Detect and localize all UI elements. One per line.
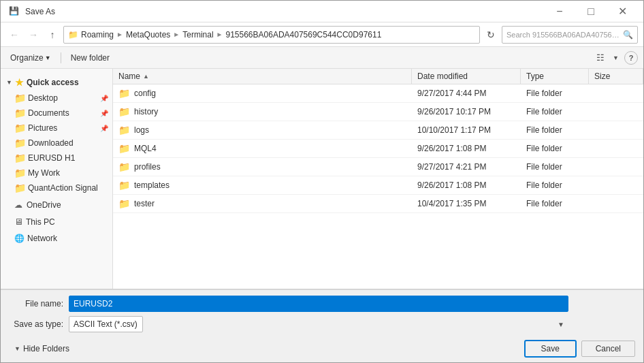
file-row-templates[interactable]: 📁 templates 9/26/2017 1:08 PM File folde… <box>113 176 643 195</box>
file-row-history[interactable]: 📁 history 9/26/2017 10:17 PM File folder <box>113 103 643 121</box>
file-cell-templates-date: 9/26/2017 1:08 PM <box>412 178 521 192</box>
view-chevron: ▼ <box>613 54 619 61</box>
sidebar-item-mywork[interactable]: 📁 My Work <box>1 165 112 180</box>
new-folder-button[interactable]: New folder <box>67 52 114 64</box>
filename-row: File name: <box>9 296 635 312</box>
quick-access-header[interactable]: ▼ ★ Quick access <box>1 74 112 91</box>
sidebar-item-desktop[interactable]: 📁 Desktop 📌 <box>1 91 112 106</box>
cancel-button[interactable]: Cancel <box>581 341 635 357</box>
col-header-type[interactable]: Type <box>521 69 589 84</box>
breadcrumb-roaming[interactable]: Roaming <box>81 30 114 40</box>
sidebar-item-onedrive[interactable]: ☁ OneDrive <box>1 198 112 212</box>
onedrive-section: ☁ OneDrive <box>1 198 112 212</box>
file-cell-profiles-name: 📁 profiles <box>113 159 412 174</box>
maximize-button[interactable]: □ <box>575 1 607 22</box>
thispc-section: 🖥 This PC <box>1 215 112 229</box>
hide-folders-label: Hide Folders <box>23 344 69 353</box>
thispc-label: This PC <box>26 217 55 227</box>
file-cell-mql4-date: 9/26/2017 1:08 PM <box>412 142 521 155</box>
organize-label: Organize <box>10 53 44 63</box>
filename-label: File name: <box>9 299 63 309</box>
downloaded-folder-icon: 📁 <box>14 138 25 148</box>
file-cell-logs-date: 10/10/2017 1:17 PM <box>412 123 521 137</box>
organize-button[interactable]: Organize ▼ <box>6 52 55 64</box>
search-box[interactable]: Search 915566BA06ADA407569C4... 🔍 <box>502 26 638 44</box>
sort-arrow-name: ▲ <box>143 73 149 80</box>
sep2: ► <box>173 31 180 38</box>
forward-button[interactable]: → <box>25 27 42 43</box>
file-cell-profiles-date: 9/27/2017 4:21 PM <box>412 160 521 174</box>
documents-label: Documents <box>28 108 69 118</box>
savetype-wrapper: ASCII Text (*.csv) ▼ <box>69 316 568 332</box>
col-header-date[interactable]: Date modified <box>412 69 521 84</box>
view-options-button[interactable]: ☷ <box>594 51 607 65</box>
title-bar-left: 💾 Save As <box>9 6 55 17</box>
help-button[interactable]: ? <box>624 51 638 65</box>
hide-folders-toggle[interactable]: ▼ Hide Folders <box>9 341 75 356</box>
file-cell-history-name: 📁 history <box>113 104 412 119</box>
sidebar-item-pictures[interactable]: 📁 Pictures 📌 <box>1 121 112 136</box>
nav-bar: ← → ↑ 📁 Roaming ► MetaQuotes ► Terminal … <box>1 22 643 47</box>
file-cell-mql4-size <box>589 146 643 151</box>
sidebar-item-network[interactable]: 🌐 Network <box>1 232 112 245</box>
pictures-folder-icon: 📁 <box>14 123 25 133</box>
new-folder-label: New folder <box>71 53 110 63</box>
file-row-profiles[interactable]: 📁 profiles 9/27/2017 4:21 PM File folder <box>113 158 643 176</box>
tester-name: tester <box>134 199 155 208</box>
window-icon: 💾 <box>9 6 20 17</box>
mywork-label: My Work <box>28 168 60 178</box>
sidebar-item-eurusd[interactable]: 📁 EURUSD H1 <box>1 151 112 165</box>
close-button[interactable]: ✕ <box>607 1 638 22</box>
col-header-name[interactable]: Name ▲ <box>113 69 412 84</box>
sidebar-item-quantaction[interactable]: 📁 QuantAction Signal <box>1 180 112 195</box>
sidebar: ▼ ★ Quick access 📁 Desktop 📌 📁 Documents… <box>1 69 113 289</box>
savetype-select[interactable]: ASCII Text (*.csv) <box>69 316 143 332</box>
pictures-label: Pictures <box>28 123 57 133</box>
breadcrumb-folder[interactable]: 915566BA06ADA407569C544CC0D97611 <box>225 30 381 40</box>
bottom-panel: File name: Save as type: ASCII Text (*.c… <box>1 289 643 362</box>
toolbar-separator <box>61 52 61 63</box>
file-list-header: Name ▲ Date modified Type Size <box>113 69 643 84</box>
breadcrumb-bar[interactable]: 📁 Roaming ► MetaQuotes ► Terminal ► 9155… <box>63 26 480 44</box>
col-header-size[interactable]: Size <box>589 69 643 84</box>
savetype-arrow-icon: ▼ <box>558 321 564 328</box>
sep1: ► <box>116 31 123 38</box>
breadcrumb-terminal[interactable]: Terminal <box>182 30 213 40</box>
sidebar-item-downloaded[interactable]: 📁 Downloaded <box>1 136 112 151</box>
desktop-folder-icon: 📁 <box>14 93 25 104</box>
file-row-logs[interactable]: 📁 logs 10/10/2017 1:17 PM File folder <box>113 121 643 140</box>
collapse-chevron: ▼ <box>6 79 12 86</box>
history-name: history <box>134 107 158 116</box>
documents-pin-icon: 📌 <box>100 110 108 117</box>
file-cell-logs-size <box>589 128 643 132</box>
file-row-tester[interactable]: 📁 tester 10/4/2017 1:35 PM File folder <box>113 195 643 213</box>
file-row-config[interactable]: 📁 config 9/27/2017 4:44 PM File folder <box>113 84 643 103</box>
breadcrumb-icon: 📁 <box>68 30 78 40</box>
col-type-label: Type <box>526 72 544 81</box>
col-date-label: Date modified <box>417 72 468 81</box>
form-area: File name: Save as type: ASCII Text (*.c… <box>1 289 643 338</box>
back-button[interactable]: ← <box>6 27 22 43</box>
thispc-icon: 🖥 <box>14 217 23 227</box>
quantaction-label: QuantAction Signal <box>28 183 98 193</box>
desktop-pin-icon: 📌 <box>100 95 108 102</box>
file-cell-logs-name: 📁 logs <box>113 123 412 138</box>
file-list-body: 📁 config 9/27/2017 4:44 PM File folder 📁… <box>113 84 643 289</box>
refresh-button[interactable]: ↻ <box>483 27 499 43</box>
file-row-mql4[interactable]: 📁 MQL4 9/26/2017 1:08 PM File folder <box>113 140 643 158</box>
file-cell-logs-type: File folder <box>521 123 589 137</box>
minimize-button[interactable]: − <box>544 1 575 22</box>
file-cell-history-size <box>589 110 643 114</box>
breadcrumb-metaquotes[interactable]: MetaQuotes <box>126 30 170 40</box>
toolbar: Organize ▼ New folder ☷ ▼ ? <box>1 47 643 69</box>
eurusd-folder-icon: 📁 <box>14 153 25 163</box>
file-cell-tester-size <box>589 202 643 206</box>
onedrive-label: OneDrive <box>27 200 61 210</box>
save-button[interactable]: Save <box>525 341 576 357</box>
sidebar-item-thispc[interactable]: 🖥 This PC <box>1 215 112 229</box>
filename-input[interactable] <box>69 296 568 312</box>
file-cell-profiles-size <box>589 165 643 169</box>
up-button[interactable]: ↑ <box>44 27 61 43</box>
logs-name: logs <box>134 125 149 135</box>
sidebar-item-documents[interactable]: 📁 Documents 📌 <box>1 106 112 121</box>
